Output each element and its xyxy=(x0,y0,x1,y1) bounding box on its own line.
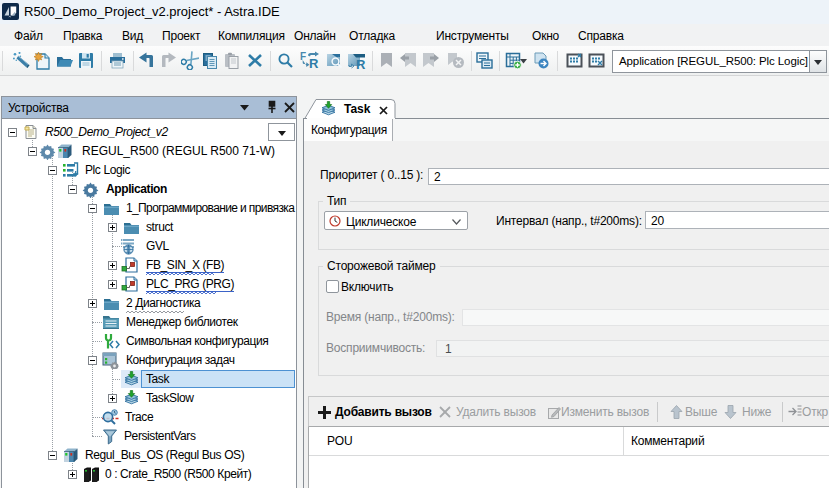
svg-text:F: F xyxy=(300,51,306,62)
svg-text:R: R xyxy=(309,56,319,70)
svg-text:R: R xyxy=(356,57,366,70)
